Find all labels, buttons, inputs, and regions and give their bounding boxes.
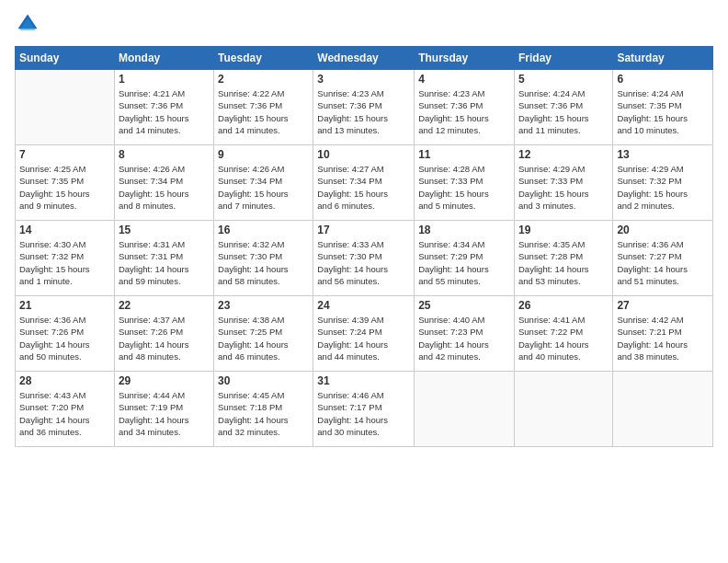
day-number: 9	[218, 148, 309, 161]
day-number: 25	[418, 299, 510, 312]
calendar-cell: 6Sunrise: 4:24 AM Sunset: 7:35 PM Daylig…	[613, 70, 713, 145]
calendar-cell	[514, 372, 612, 447]
logo-icon	[15, 11, 40, 37]
day-header-saturday: Saturday	[613, 47, 713, 70]
day-content: Sunrise: 4:42 AM Sunset: 7:21 PM Dayligh…	[617, 314, 709, 362]
day-number: 20	[617, 224, 709, 236]
day-content: Sunrise: 4:37 AM Sunset: 7:26 PM Dayligh…	[119, 314, 210, 362]
day-content: Sunrise: 4:22 AM Sunset: 7:36 PM Dayligh…	[218, 87, 309, 136]
day-content: Sunrise: 4:35 AM Sunset: 7:28 PM Dayligh…	[518, 238, 609, 287]
calendar-cell: 11Sunrise: 4:28 AM Sunset: 7:33 PM Dayli…	[415, 145, 515, 221]
calendar-cell: 25Sunrise: 4:40 AM Sunset: 7:23 PM Dayli…	[415, 296, 515, 372]
calendar-cell: 30Sunrise: 4:45 AM Sunset: 7:18 PM Dayli…	[214, 372, 313, 447]
calendar-cell: 27Sunrise: 4:42 AM Sunset: 7:21 PM Dayli…	[613, 296, 713, 372]
day-number: 22	[119, 299, 210, 312]
day-content: Sunrise: 4:30 AM Sunset: 7:32 PM Dayligh…	[19, 238, 110, 287]
day-number: 27	[617, 299, 709, 312]
calendar-cell: 7Sunrise: 4:25 AM Sunset: 7:35 PM Daylig…	[16, 145, 115, 221]
calendar-cell: 22Sunrise: 4:37 AM Sunset: 7:26 PM Dayli…	[114, 296, 213, 372]
day-content: Sunrise: 4:31 AM Sunset: 7:31 PM Dayligh…	[119, 238, 210, 287]
day-content: Sunrise: 4:24 AM Sunset: 7:36 PM Dayligh…	[518, 87, 609, 136]
day-number: 14	[19, 224, 110, 236]
calendar-cell: 20Sunrise: 4:36 AM Sunset: 7:27 PM Dayli…	[613, 221, 713, 296]
header	[15, 11, 713, 37]
day-number: 11	[418, 148, 510, 161]
calendar-cell: 19Sunrise: 4:35 AM Sunset: 7:28 PM Dayli…	[514, 221, 612, 296]
day-header-thursday: Thursday	[415, 47, 515, 70]
day-content: Sunrise: 4:44 AM Sunset: 7:19 PM Dayligh…	[119, 389, 210, 438]
day-number: 12	[518, 148, 609, 161]
day-content: Sunrise: 4:36 AM Sunset: 7:27 PM Dayligh…	[617, 238, 709, 287]
calendar-cell: 24Sunrise: 4:39 AM Sunset: 7:24 PM Dayli…	[313, 296, 415, 372]
day-number: 17	[317, 224, 410, 236]
day-content: Sunrise: 4:36 AM Sunset: 7:26 PM Dayligh…	[19, 314, 110, 362]
day-number: 13	[617, 148, 709, 161]
day-number: 21	[19, 299, 110, 312]
header-row: SundayMondayTuesdayWednesdayThursdayFrid…	[16, 47, 713, 70]
day-content: Sunrise: 4:39 AM Sunset: 7:24 PM Dayligh…	[317, 314, 410, 362]
day-number: 29	[119, 374, 210, 387]
calendar-cell	[415, 372, 515, 447]
day-content: Sunrise: 4:25 AM Sunset: 7:35 PM Dayligh…	[19, 163, 110, 212]
calendar-cell: 14Sunrise: 4:30 AM Sunset: 7:32 PM Dayli…	[16, 221, 115, 296]
day-content: Sunrise: 4:29 AM Sunset: 7:33 PM Dayligh…	[518, 163, 609, 212]
day-content: Sunrise: 4:38 AM Sunset: 7:25 PM Dayligh…	[218, 314, 309, 362]
week-row-3: 14Sunrise: 4:30 AM Sunset: 7:32 PM Dayli…	[16, 221, 713, 296]
calendar-cell: 9Sunrise: 4:26 AM Sunset: 7:34 PM Daylig…	[214, 145, 313, 221]
calendar-cell: 28Sunrise: 4:43 AM Sunset: 7:20 PM Dayli…	[16, 372, 115, 447]
week-row-1: 1Sunrise: 4:21 AM Sunset: 7:36 PM Daylig…	[16, 70, 713, 145]
page: SundayMondayTuesdayWednesdayThursdayFrid…	[0, 0, 728, 563]
day-number: 4	[418, 73, 510, 86]
week-row-4: 21Sunrise: 4:36 AM Sunset: 7:26 PM Dayli…	[16, 296, 713, 372]
day-content: Sunrise: 4:40 AM Sunset: 7:23 PM Dayligh…	[418, 314, 510, 362]
day-number: 2	[218, 73, 309, 86]
day-content: Sunrise: 4:26 AM Sunset: 7:34 PM Dayligh…	[218, 163, 309, 212]
day-number: 16	[218, 224, 309, 236]
day-content: Sunrise: 4:33 AM Sunset: 7:30 PM Dayligh…	[317, 238, 410, 287]
calendar-cell: 10Sunrise: 4:27 AM Sunset: 7:34 PM Dayli…	[313, 145, 415, 221]
day-number: 15	[119, 224, 210, 236]
day-content: Sunrise: 4:34 AM Sunset: 7:29 PM Dayligh…	[418, 238, 510, 287]
day-number: 3	[317, 73, 410, 86]
week-row-5: 28Sunrise: 4:43 AM Sunset: 7:20 PM Dayli…	[16, 372, 713, 447]
calendar-cell: 12Sunrise: 4:29 AM Sunset: 7:33 PM Dayli…	[514, 145, 612, 221]
day-header-monday: Monday	[114, 47, 213, 70]
day-content: Sunrise: 4:46 AM Sunset: 7:17 PM Dayligh…	[317, 389, 410, 438]
day-content: Sunrise: 4:24 AM Sunset: 7:35 PM Dayligh…	[617, 87, 709, 136]
day-number: 18	[418, 224, 510, 236]
day-number: 19	[518, 224, 609, 236]
calendar-cell	[613, 372, 713, 447]
day-number: 6	[617, 73, 709, 86]
calendar-cell: 8Sunrise: 4:26 AM Sunset: 7:34 PM Daylig…	[114, 145, 213, 221]
day-content: Sunrise: 4:29 AM Sunset: 7:32 PM Dayligh…	[617, 163, 709, 212]
calendar-cell: 18Sunrise: 4:34 AM Sunset: 7:29 PM Dayli…	[415, 221, 515, 296]
calendar-cell: 21Sunrise: 4:36 AM Sunset: 7:26 PM Dayli…	[16, 296, 115, 372]
calendar-cell: 29Sunrise: 4:44 AM Sunset: 7:19 PM Dayli…	[114, 372, 213, 447]
calendar-cell: 23Sunrise: 4:38 AM Sunset: 7:25 PM Dayli…	[214, 296, 313, 372]
calendar-cell: 13Sunrise: 4:29 AM Sunset: 7:32 PM Dayli…	[613, 145, 713, 221]
day-content: Sunrise: 4:32 AM Sunset: 7:30 PM Dayligh…	[218, 238, 309, 287]
week-row-2: 7Sunrise: 4:25 AM Sunset: 7:35 PM Daylig…	[16, 145, 713, 221]
calendar-cell: 2Sunrise: 4:22 AM Sunset: 7:36 PM Daylig…	[214, 70, 313, 145]
day-number: 30	[218, 374, 309, 387]
day-content: Sunrise: 4:27 AM Sunset: 7:34 PM Dayligh…	[317, 163, 410, 212]
day-header-wednesday: Wednesday	[313, 47, 415, 70]
calendar-cell: 5Sunrise: 4:24 AM Sunset: 7:36 PM Daylig…	[514, 70, 612, 145]
day-content: Sunrise: 4:28 AM Sunset: 7:33 PM Dayligh…	[418, 163, 510, 212]
calendar-cell: 15Sunrise: 4:31 AM Sunset: 7:31 PM Dayli…	[114, 221, 213, 296]
calendar-cell: 1Sunrise: 4:21 AM Sunset: 7:36 PM Daylig…	[114, 70, 213, 145]
calendar-table: SundayMondayTuesdayWednesdayThursdayFrid…	[15, 46, 713, 447]
day-header-sunday: Sunday	[16, 47, 115, 70]
day-header-tuesday: Tuesday	[214, 47, 313, 70]
day-number: 10	[317, 148, 410, 161]
calendar-cell: 17Sunrise: 4:33 AM Sunset: 7:30 PM Dayli…	[313, 221, 415, 296]
calendar-cell: 4Sunrise: 4:23 AM Sunset: 7:36 PM Daylig…	[415, 70, 515, 145]
calendar-cell	[16, 70, 115, 145]
calendar-cell: 31Sunrise: 4:46 AM Sunset: 7:17 PM Dayli…	[313, 372, 415, 447]
day-number: 23	[218, 299, 309, 312]
day-number: 8	[119, 148, 210, 161]
calendar-cell: 16Sunrise: 4:32 AM Sunset: 7:30 PM Dayli…	[214, 221, 313, 296]
day-number: 1	[119, 73, 210, 86]
day-content: Sunrise: 4:41 AM Sunset: 7:22 PM Dayligh…	[518, 314, 609, 362]
day-content: Sunrise: 4:21 AM Sunset: 7:36 PM Dayligh…	[119, 87, 210, 136]
